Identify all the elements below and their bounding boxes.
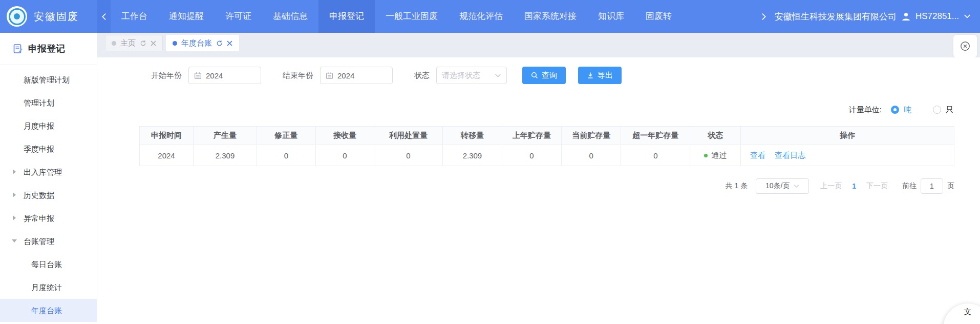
sidebar-item-annual-ledger[interactable]: 年度台账 [0, 299, 97, 322]
search-button[interactable]: 查询 [522, 67, 566, 84]
radio-ton-label[interactable]: 吨 [904, 105, 911, 115]
frame: 申报登记 新版管理计划 管理计划 月度申报 季度申报 出入库管理 历史数据 异常… [0, 33, 980, 324]
nav-item-license[interactable]: 许可证 [215, 0, 262, 33]
status-placeholder: 请选择状态 [442, 71, 480, 80]
tab-status-dot [173, 41, 177, 46]
refresh-icon[interactable] [140, 40, 146, 47]
sidebar-menu: 新版管理计划 管理计划 月度申报 季度申报 出入库管理 历史数据 异常申报 [0, 65, 97, 322]
status-success-dot [704, 154, 708, 157]
top-navbar: 安徽固废 工作台 通知提醒 许可证 基础信息 申报登记 一般工业固废 规范化评估… [0, 0, 980, 33]
nav-item-declaration[interactable]: 申报登记 [318, 0, 375, 33]
cell-generated: 2.309 [194, 145, 257, 166]
annual-ledger-table: 申报时间 产生量 修正量 接收量 利用处置量 转移量 上年贮存量 当前贮存量 超… [139, 126, 954, 166]
top-nav-menu: 工作台 通知提醒 许可证 基础信息 申报登记 一般工业固废 规范化评估 国家系统… [111, 0, 757, 33]
sidebar-item-monthly-statistics[interactable]: 月度统计 [0, 276, 97, 299]
nav-item-general-industrial-waste[interactable]: 一般工业固废 [375, 0, 449, 33]
col-status: 状态 [690, 127, 741, 145]
next-page-button[interactable]: 下一页 [866, 181, 888, 191]
sidebar-item-history-data[interactable]: 历史数据 [0, 184, 97, 207]
brand[interactable]: 安徽固废 [0, 6, 97, 27]
col-actions: 操作 [741, 127, 954, 145]
caret-right-icon [13, 215, 16, 220]
close-icon[interactable] [227, 40, 232, 46]
end-year-input[interactable] [337, 71, 387, 80]
sidebar-item-abnormal-declaration[interactable]: 异常申报 [0, 207, 97, 230]
sidebar-item-daily-ledger[interactable]: 每日台账 [0, 253, 97, 276]
status-select[interactable]: 请选择状态 [436, 67, 507, 84]
close-all-tabs-button[interactable] [953, 35, 977, 57]
close-icon[interactable] [151, 40, 156, 46]
col-utilized-disposed: 利用处置量 [374, 127, 443, 145]
col-current-storage: 当前贮存量 [562, 127, 621, 145]
download-icon [587, 72, 594, 79]
nav-item-standardization-assessment[interactable]: 规范化评估 [449, 0, 514, 33]
tab-home[interactable]: 主页 [105, 35, 163, 51]
cell-actions: 查看 查看日志 [741, 145, 954, 166]
view-log-link[interactable]: 查看日志 [775, 151, 805, 159]
page-size-select[interactable]: 10条/页 [756, 178, 809, 194]
nav-scroll-left-button[interactable] [97, 0, 111, 33]
chevron-down-icon [495, 73, 501, 78]
company-name: 安徽恒生科技发展集团有限公司 [775, 11, 897, 23]
nav-item-notifications[interactable]: 通知提醒 [158, 0, 215, 33]
end-year-field[interactable] [320, 67, 393, 84]
tab-annual-ledger[interactable]: 年度台账 [166, 35, 239, 51]
cell-received: 0 [315, 145, 374, 166]
sidebar-item-new-management-plan[interactable]: 新版管理计划 [0, 68, 97, 91]
nav-item-workbench[interactable]: 工作台 [111, 0, 158, 33]
caret-right-icon [13, 192, 16, 197]
assistant-widget-label: 文 [964, 307, 972, 324]
col-corrected: 修正量 [257, 127, 316, 145]
app-logo-icon [7, 6, 27, 27]
user-id: HS72851... [915, 11, 959, 22]
document-edit-icon [13, 44, 23, 54]
refresh-icon[interactable] [216, 40, 223, 47]
start-year-input[interactable] [206, 71, 255, 80]
radio-ton[interactable] [891, 106, 899, 114]
goto-page-input[interactable] [921, 178, 943, 194]
radio-piece-label[interactable]: 只 [946, 105, 953, 115]
col-declare-time: 申报时间 [140, 127, 194, 145]
unit-label: 计量单位: [849, 105, 882, 115]
prev-page-button[interactable]: 上一页 [820, 181, 842, 191]
pagination: 共 1 条 10条/页 上一页 1 下一页 前往 页 [97, 178, 954, 194]
filter-bar: 开始年份 结束年份 [151, 67, 980, 84]
circle-close-icon [960, 40, 971, 52]
sidebar-item-monthly-declaration[interactable]: 月度申报 [0, 114, 97, 137]
content-panel: 开始年份 结束年份 [97, 57, 980, 324]
nav-item-knowledge-base[interactable]: 知识库 [587, 0, 635, 33]
sidebar-item-quarterly-declaration[interactable]: 季度申报 [0, 137, 97, 160]
status-label: 状态 [414, 71, 430, 80]
cell-declare-time: 2024 [140, 145, 194, 166]
user-menu[interactable]: 安徽恒生科技发展集团有限公司 HS72851... [771, 0, 980, 33]
calendar-icon [326, 72, 333, 79]
col-transferred: 转移量 [442, 127, 502, 145]
export-button[interactable]: 导出 [578, 67, 622, 84]
sidebar-item-management-plan[interactable]: 管理计划 [0, 91, 97, 114]
tab-status-dot [112, 41, 116, 46]
chevron-down-icon [964, 14, 971, 19]
start-year-field[interactable] [188, 67, 261, 84]
cell-over-one-year-storage: 0 [621, 145, 690, 166]
radio-piece[interactable] [933, 106, 941, 114]
nav-item-national-system[interactable]: 国家系统对接 [514, 0, 587, 33]
chevron-left-icon [101, 13, 108, 21]
col-generated: 产生量 [194, 127, 257, 145]
user-icon [901, 12, 911, 22]
col-received: 接收量 [315, 127, 374, 145]
nav-item-basic-info[interactable]: 基础信息 [262, 0, 318, 33]
nav-item-waste-transfer[interactable]: 固废转 [635, 0, 683, 33]
caret-down-icon [12, 239, 17, 242]
nav-scroll-right-button[interactable] [757, 13, 771, 21]
goto-label: 前往 [902, 181, 917, 191]
sidebar-title: 申报登记 [0, 33, 97, 65]
view-link[interactable]: 查看 [750, 151, 765, 159]
sidebar-item-ledger-management[interactable]: 台账管理 [0, 230, 97, 253]
col-last-year-storage: 上年贮存量 [502, 127, 561, 145]
unit-selector: 计量单位: 吨 只 [97, 102, 953, 118]
end-year-label: 结束年份 [283, 71, 313, 80]
page-number-1[interactable]: 1 [852, 182, 856, 190]
chevron-right-icon [760, 13, 767, 21]
tab-strip: 主页 年度台账 [105, 35, 949, 51]
sidebar-item-inbound-outbound[interactable]: 出入库管理 [0, 160, 97, 184]
